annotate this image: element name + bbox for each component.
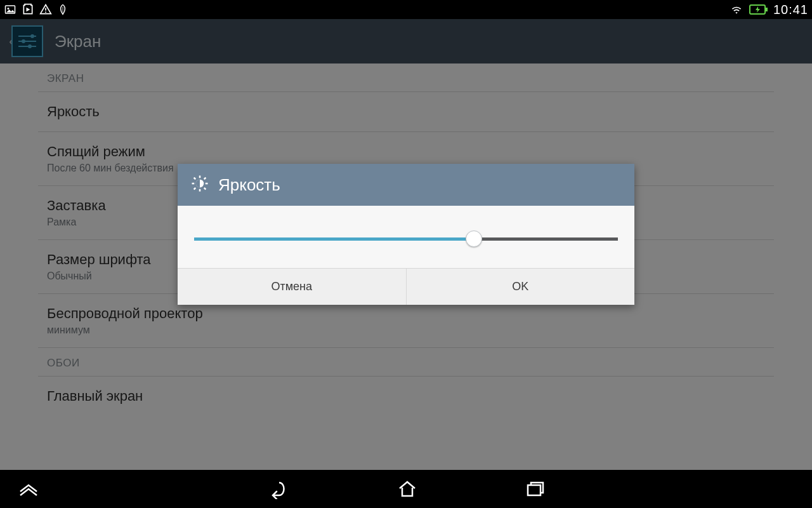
- picture-icon: [4, 4, 16, 15]
- svg-line-19: [194, 188, 196, 190]
- svg-rect-5: [766, 8, 768, 11]
- recents-icon[interactable]: [525, 480, 546, 498]
- svg-line-18: [204, 188, 206, 190]
- svg-rect-21: [528, 485, 540, 495]
- brightness-icon: [190, 174, 209, 196]
- drawer-icon[interactable]: [18, 480, 39, 498]
- brightness-dialog: Яркость Отмена OK: [178, 164, 634, 305]
- status-clock: 10:41: [773, 3, 808, 17]
- svg-rect-3: [45, 11, 46, 13]
- navigation-bar: [0, 470, 812, 508]
- dialog-header: Яркость: [178, 164, 634, 206]
- ok-button[interactable]: OK: [406, 269, 635, 305]
- home-icon[interactable]: [397, 479, 417, 498]
- dialog-title: Яркость: [218, 175, 280, 195]
- warning-icon: [39, 3, 52, 16]
- slider-thumb[interactable]: [466, 231, 482, 247]
- cancel-button[interactable]: Отмена: [178, 269, 406, 305]
- svg-point-1: [8, 8, 10, 10]
- brightness-slider[interactable]: [194, 232, 618, 245]
- battery-charging-icon: [749, 4, 768, 15]
- play-store-icon: [22, 3, 34, 16]
- wifi-icon: [729, 3, 744, 16]
- svg-line-17: [194, 178, 196, 180]
- status-bar: 10:41: [0, 0, 812, 19]
- back-icon[interactable]: [266, 479, 289, 499]
- leaf-icon: [57, 3, 69, 16]
- svg-rect-2: [45, 8, 46, 11]
- svg-line-20: [204, 178, 206, 180]
